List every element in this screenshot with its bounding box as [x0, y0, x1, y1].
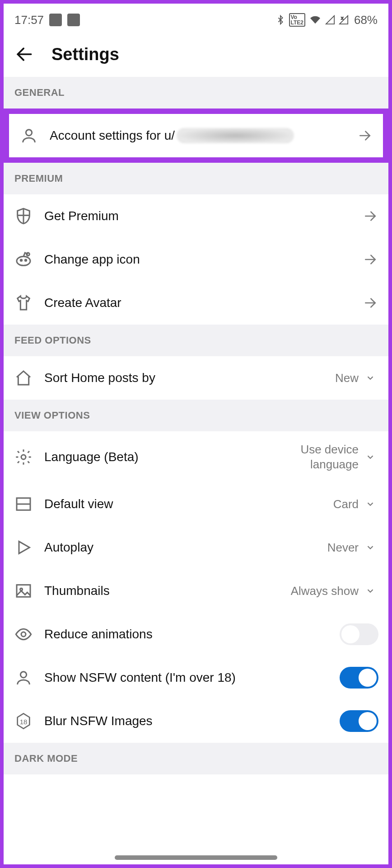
chevron-down-icon	[362, 539, 378, 556]
account-label-text: Account settings for u/	[50, 128, 175, 143]
row-label: Reduce animations	[44, 627, 340, 642]
home-icon	[14, 368, 33, 388]
svg-point-13	[21, 455, 26, 459]
status-app-icon-1	[49, 14, 62, 26]
signal-icon-1	[325, 15, 335, 25]
chevron-down-icon	[362, 496, 378, 512]
arrow-right-icon	[357, 127, 373, 144]
app-header: Settings	[4, 34, 388, 77]
row-reduce-animations[interactable]: Reduce animations	[4, 613, 388, 656]
toggle-reduce-animations[interactable]	[340, 623, 378, 645]
row-autoplay[interactable]: Autoplay Never	[4, 526, 388, 569]
row-value: Always show	[291, 584, 359, 599]
shield-icon	[14, 206, 33, 226]
svg-point-19	[21, 632, 26, 637]
status-bar: 17:57 VoLTE2 x 68%	[4, 4, 388, 34]
section-view: VIEW OPTIONS	[4, 400, 388, 431]
highlight-account-row: Account settings for u/	[4, 108, 388, 163]
row-value: Card	[333, 497, 359, 512]
svg-point-2	[26, 130, 32, 136]
svg-point-7	[17, 256, 30, 265]
person-icon	[14, 668, 33, 688]
toggle-blur-nsfw[interactable]	[340, 710, 378, 732]
arrow-right-icon	[362, 208, 378, 224]
home-indicator[interactable]	[115, 855, 277, 860]
status-app-icon-2	[67, 14, 80, 26]
row-label: Language (Beta)	[44, 450, 259, 464]
age-18-icon: 18	[14, 711, 33, 731]
row-language[interactable]: Language (Beta) Use device language	[4, 431, 388, 482]
svg-point-20	[20, 672, 26, 678]
toggle-show-nsfw[interactable]	[340, 667, 378, 689]
row-create-avatar[interactable]: Create Avatar	[4, 281, 388, 325]
row-change-app-icon[interactable]: Change app icon	[4, 238, 388, 281]
chevron-down-icon	[362, 370, 378, 386]
username-redacted	[177, 128, 294, 143]
arrow-right-icon	[362, 251, 378, 268]
image-icon	[14, 581, 33, 601]
row-label: Get Premium	[44, 209, 362, 223]
section-feed: FEED OPTIONS	[4, 325, 388, 356]
row-label: Change app icon	[44, 252, 362, 267]
svg-text:18: 18	[20, 718, 28, 726]
wifi-icon	[309, 15, 322, 25]
section-dark-mode: DARK MODE	[4, 743, 388, 774]
tshirt-icon	[14, 293, 33, 313]
back-button[interactable]	[14, 44, 34, 64]
play-icon	[14, 538, 33, 557]
row-value: New	[335, 371, 359, 386]
eye-icon	[14, 624, 33, 644]
row-show-nsfw[interactable]: Show NSFW content (I'm over 18)	[4, 656, 388, 699]
page-title: Settings	[51, 45, 119, 64]
lte-icon: VoLTE2	[289, 13, 305, 27]
person-icon	[19, 126, 39, 146]
row-default-view[interactable]: Default view Card	[4, 482, 388, 526]
svg-point-9	[20, 259, 22, 261]
svg-point-10	[25, 259, 26, 261]
chevron-down-icon	[362, 583, 378, 599]
row-value: Never	[327, 540, 359, 555]
svg-marker-16	[19, 542, 29, 554]
arrow-right-icon	[362, 295, 378, 311]
card-view-icon	[14, 494, 33, 514]
row-label: Thumbnails	[44, 584, 291, 598]
row-label: Autoplay	[44, 540, 327, 555]
arrow-left-icon	[14, 44, 34, 64]
reddit-alien-icon	[14, 250, 33, 269]
battery-percent: 68%	[354, 13, 378, 27]
section-premium: PREMIUM	[4, 163, 388, 194]
section-general: GENERAL	[4, 77, 388, 108]
row-get-premium[interactable]: Get Premium	[4, 194, 388, 238]
row-value: Use device language	[259, 442, 359, 472]
row-label: Blur NSFW Images	[44, 714, 340, 728]
row-label: Account settings for u/	[50, 128, 357, 143]
row-thumbnails[interactable]: Thumbnails Always show	[4, 569, 388, 613]
row-blur-nsfw[interactable]: 18 Blur NSFW Images	[4, 699, 388, 743]
signal-icon-2: x	[339, 15, 349, 25]
status-time: 17:57	[14, 13, 44, 27]
svg-text:x: x	[341, 16, 343, 20]
row-label: Show NSFW content (I'm over 18)	[44, 670, 340, 685]
chevron-down-icon	[362, 449, 378, 465]
bluetooth-icon	[275, 14, 285, 26]
row-label: Create Avatar	[44, 296, 362, 310]
gear-icon	[14, 447, 33, 467]
row-label: Default view	[44, 497, 333, 511]
row-sort-home[interactable]: Sort Home posts by New	[4, 356, 388, 400]
row-account-settings[interactable]: Account settings for u/	[9, 114, 383, 157]
row-label: Sort Home posts by	[44, 371, 335, 385]
svg-rect-17	[17, 585, 30, 597]
